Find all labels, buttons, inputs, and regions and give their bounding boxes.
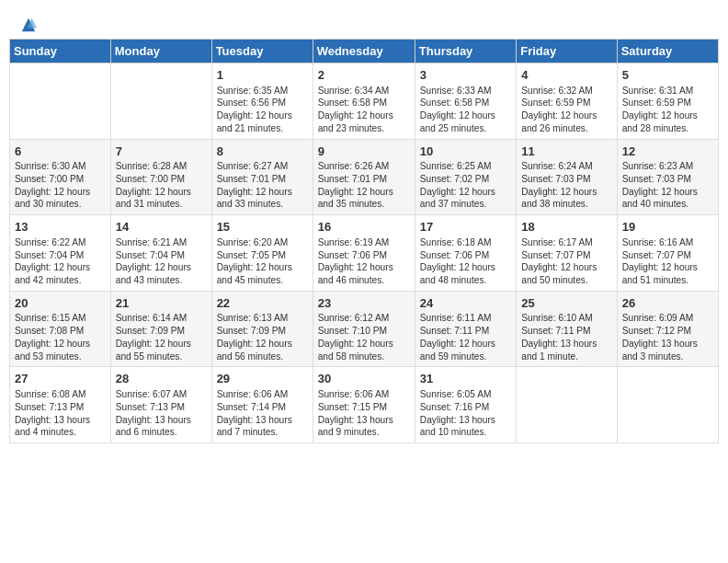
day-info: Sunrise: 6:12 AM Sunset: 7:10 PM Dayligh…	[318, 312, 410, 362]
day-number: 9	[318, 144, 410, 160]
day-of-week-header: Monday	[110, 40, 211, 63]
day-info: Sunrise: 6:17 AM Sunset: 7:07 PM Dayligh…	[521, 236, 611, 287]
calendar-day-cell: 28Sunrise: 6:07 AM Sunset: 7:13 PM Dayli…	[110, 367, 211, 443]
day-info: Sunrise: 6:13 AM Sunset: 7:09 PM Dayligh…	[217, 312, 308, 362]
calendar-day-cell: 6Sunrise: 6:30 AM Sunset: 7:00 PM Daylig…	[10, 139, 111, 215]
calendar-week-row: 13Sunrise: 6:22 AM Sunset: 7:04 PM Dayli…	[10, 215, 719, 292]
calendar-day-cell: 7Sunrise: 6:28 AM Sunset: 7:00 PM Daylig…	[110, 139, 211, 215]
day-info: Sunrise: 6:10 AM Sunset: 7:11 PM Dayligh…	[521, 312, 611, 362]
day-info: Sunrise: 6:22 AM Sunset: 7:04 PM Dayligh…	[15, 236, 106, 287]
calendar-day-cell: 9Sunrise: 6:26 AM Sunset: 7:01 PM Daylig…	[313, 139, 415, 215]
calendar-day-cell: 1Sunrise: 6:35 AM Sunset: 6:56 PM Daylig…	[211, 63, 313, 140]
day-info: Sunrise: 6:18 AM Sunset: 7:06 PM Dayligh…	[420, 236, 511, 287]
day-info: Sunrise: 6:26 AM Sunset: 7:01 PM Dayligh…	[318, 160, 410, 211]
calendar-empty-cell	[10, 63, 111, 140]
day-number: 25	[521, 295, 611, 312]
logo-icon	[20, 17, 37, 33]
logo-text	[18, 17, 37, 33]
calendar-day-cell: 21Sunrise: 6:14 AM Sunset: 7:09 PM Dayli…	[110, 291, 211, 367]
calendar-day-cell: 24Sunrise: 6:11 AM Sunset: 7:11 PM Dayli…	[415, 291, 516, 367]
day-info: Sunrise: 6:09 AM Sunset: 7:12 PM Dayligh…	[622, 312, 713, 362]
day-number: 18	[521, 219, 611, 236]
day-number: 8	[217, 144, 308, 160]
day-info: Sunrise: 6:11 AM Sunset: 7:11 PM Dayligh…	[420, 312, 511, 362]
day-info: Sunrise: 6:31 AM Sunset: 6:59 PM Dayligh…	[622, 85, 713, 135]
day-number: 28	[116, 371, 207, 387]
day-number: 22	[217, 295, 308, 312]
calendar-day-cell: 17Sunrise: 6:18 AM Sunset: 7:06 PM Dayli…	[415, 215, 516, 292]
page-header	[9, 9, 719, 33]
day-info: Sunrise: 6:32 AM Sunset: 6:59 PM Dayligh…	[521, 85, 611, 135]
day-info: Sunrise: 6:30 AM Sunset: 7:00 PM Dayligh…	[15, 160, 106, 211]
day-info: Sunrise: 6:06 AM Sunset: 7:15 PM Dayligh…	[318, 388, 410, 439]
day-info: Sunrise: 6:35 AM Sunset: 6:56 PM Dayligh…	[217, 85, 308, 135]
day-number: 2	[318, 67, 410, 84]
day-number: 13	[15, 219, 106, 236]
day-number: 14	[116, 219, 207, 236]
calendar-day-cell: 23Sunrise: 6:12 AM Sunset: 7:10 PM Dayli…	[313, 291, 415, 367]
calendar-day-cell: 26Sunrise: 6:09 AM Sunset: 7:12 PM Dayli…	[617, 291, 718, 367]
calendar-day-cell: 11Sunrise: 6:24 AM Sunset: 7:03 PM Dayli…	[517, 139, 617, 215]
calendar-day-cell: 4Sunrise: 6:32 AM Sunset: 6:59 PM Daylig…	[517, 63, 617, 140]
day-of-week-header: Saturday	[617, 40, 718, 63]
calendar-day-cell: 31Sunrise: 6:05 AM Sunset: 7:16 PM Dayli…	[415, 367, 516, 443]
calendar-day-cell: 18Sunrise: 6:17 AM Sunset: 7:07 PM Dayli…	[517, 215, 617, 292]
calendar-day-cell: 13Sunrise: 6:22 AM Sunset: 7:04 PM Dayli…	[10, 215, 111, 292]
calendar-week-row: 6Sunrise: 6:30 AM Sunset: 7:00 PM Daylig…	[10, 139, 719, 215]
day-info: Sunrise: 6:25 AM Sunset: 7:02 PM Dayligh…	[420, 160, 511, 211]
calendar-day-cell: 5Sunrise: 6:31 AM Sunset: 6:59 PM Daylig…	[617, 63, 718, 140]
day-info: Sunrise: 6:21 AM Sunset: 7:04 PM Dayligh…	[116, 236, 207, 287]
day-number: 15	[217, 219, 308, 236]
day-number: 4	[521, 67, 611, 84]
calendar-week-row: 27Sunrise: 6:08 AM Sunset: 7:13 PM Dayli…	[10, 367, 719, 443]
day-number: 30	[318, 371, 410, 387]
day-number: 3	[420, 67, 511, 84]
day-info: Sunrise: 6:20 AM Sunset: 7:05 PM Dayligh…	[217, 236, 308, 287]
calendar-day-cell: 20Sunrise: 6:15 AM Sunset: 7:08 PM Dayli…	[10, 291, 111, 367]
day-number: 1	[217, 67, 308, 84]
day-number: 21	[116, 295, 207, 312]
day-number: 31	[420, 371, 511, 387]
calendar-day-cell: 30Sunrise: 6:06 AM Sunset: 7:15 PM Dayli…	[313, 367, 415, 443]
calendar-header-row: SundayMondayTuesdayWednesdayThursdayFrid…	[10, 40, 719, 63]
calendar-day-cell: 3Sunrise: 6:33 AM Sunset: 6:58 PM Daylig…	[415, 63, 516, 140]
calendar-table: SundayMondayTuesdayWednesdayThursdayFrid…	[9, 39, 719, 443]
calendar-day-cell: 25Sunrise: 6:10 AM Sunset: 7:11 PM Dayli…	[517, 291, 617, 367]
day-number: 11	[521, 144, 611, 160]
day-number: 19	[622, 219, 713, 236]
calendar-empty-cell	[517, 367, 617, 443]
day-number: 24	[420, 295, 511, 312]
day-info: Sunrise: 6:08 AM Sunset: 7:13 PM Dayligh…	[15, 388, 106, 439]
day-info: Sunrise: 6:34 AM Sunset: 6:58 PM Dayligh…	[318, 85, 410, 135]
day-info: Sunrise: 6:14 AM Sunset: 7:09 PM Dayligh…	[116, 312, 207, 362]
day-number: 26	[622, 295, 713, 312]
day-number: 6	[15, 144, 106, 160]
day-of-week-header: Friday	[517, 40, 617, 63]
day-number: 27	[15, 371, 106, 387]
day-info: Sunrise: 6:15 AM Sunset: 7:08 PM Dayligh…	[15, 312, 106, 362]
day-number: 29	[217, 371, 308, 387]
day-info: Sunrise: 6:19 AM Sunset: 7:06 PM Dayligh…	[318, 236, 410, 287]
calendar-day-cell: 14Sunrise: 6:21 AM Sunset: 7:04 PM Dayli…	[110, 215, 211, 292]
day-number: 5	[622, 67, 713, 84]
day-number: 16	[318, 219, 410, 236]
calendar-day-cell: 15Sunrise: 6:20 AM Sunset: 7:05 PM Dayli…	[211, 215, 313, 292]
calendar-day-cell: 2Sunrise: 6:34 AM Sunset: 6:58 PM Daylig…	[313, 63, 415, 140]
calendar-empty-cell	[617, 367, 718, 443]
day-info: Sunrise: 6:23 AM Sunset: 7:03 PM Dayligh…	[622, 160, 713, 211]
logo	[18, 17, 37, 29]
day-info: Sunrise: 6:24 AM Sunset: 7:03 PM Dayligh…	[521, 160, 611, 211]
calendar-day-cell: 16Sunrise: 6:19 AM Sunset: 7:06 PM Dayli…	[313, 215, 415, 292]
calendar-day-cell: 12Sunrise: 6:23 AM Sunset: 7:03 PM Dayli…	[617, 139, 718, 215]
day-of-week-header: Tuesday	[211, 40, 313, 63]
day-of-week-header: Wednesday	[313, 40, 415, 63]
calendar-day-cell: 22Sunrise: 6:13 AM Sunset: 7:09 PM Dayli…	[211, 291, 313, 367]
day-number: 20	[15, 295, 106, 312]
day-info: Sunrise: 6:16 AM Sunset: 7:07 PM Dayligh…	[622, 236, 713, 287]
day-info: Sunrise: 6:06 AM Sunset: 7:14 PM Dayligh…	[217, 388, 308, 439]
calendar-day-cell: 29Sunrise: 6:06 AM Sunset: 7:14 PM Dayli…	[211, 367, 313, 443]
day-of-week-header: Sunday	[10, 40, 111, 63]
day-of-week-header: Thursday	[415, 40, 516, 63]
calendar-empty-cell	[110, 63, 211, 140]
day-info: Sunrise: 6:28 AM Sunset: 7:00 PM Dayligh…	[116, 160, 207, 211]
